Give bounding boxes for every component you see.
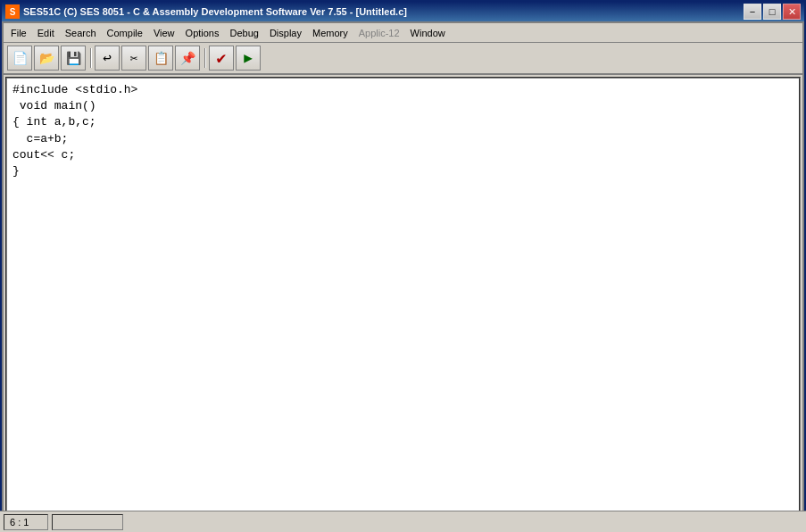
maximize-button[interactable]: □ <box>763 4 781 20</box>
open-button[interactable]: 📂 <box>34 46 59 71</box>
new-icon: 📄 <box>12 51 28 66</box>
menu-options[interactable]: Options <box>180 23 225 42</box>
menu-display[interactable]: Display <box>264 23 307 42</box>
cursor-position-text: 6 : 1 <box>10 517 29 528</box>
status-bar: 6 : 1 <box>0 511 806 532</box>
menu-edit[interactable]: Edit <box>32 23 60 42</box>
open-icon: 📂 <box>39 51 54 66</box>
save-icon: 💾 <box>66 51 81 66</box>
menu-window[interactable]: Window <box>405 23 451 42</box>
cut-icon: ✂ <box>130 51 137 66</box>
window-frame: S SES51C (C) SES 8051 - C & Assembly Dev… <box>0 0 806 532</box>
menu-file[interactable]: File <box>5 23 32 42</box>
menu-debug[interactable]: Debug <box>225 23 264 42</box>
title-bar-controls: − □ ✕ <box>744 4 801 20</box>
menu-compile[interactable]: Compile <box>102 23 148 42</box>
editor-wrapper: #include <stdio.h> void main() { int a,b… <box>4 75 802 528</box>
compile-icon: ✔ <box>217 48 227 68</box>
run-icon: ▶ <box>244 49 253 67</box>
inner-border: File Edit Search Compile View Options De… <box>2 21 804 530</box>
toolbar-separator-2 <box>202 46 207 71</box>
window-title: SES51C (C) SES 8051 - C & Assembly Devel… <box>23 6 407 17</box>
undo-button[interactable]: ↩ <box>95 46 120 71</box>
copy-icon: 📋 <box>154 51 169 66</box>
new-button[interactable]: 📄 <box>7 46 32 71</box>
toolbar: 📄 📂 💾 ↩ ✂ 📋 📌 ✔ <box>4 43 802 75</box>
app-icon-label: S <box>10 7 16 17</box>
menu-view[interactable]: View <box>148 23 180 42</box>
menu-applic12: Applic-12 <box>353 23 405 42</box>
minimize-button[interactable]: − <box>744 4 761 20</box>
title-bar-left: S SES51C (C) SES 8051 - C & Assembly Dev… <box>5 4 407 19</box>
paste-button[interactable]: 📌 <box>175 46 200 71</box>
run-button[interactable]: ▶ <box>236 46 261 71</box>
close-button[interactable]: ✕ <box>783 4 801 20</box>
compile-button[interactable]: ✔ <box>209 46 234 71</box>
paste-icon: 📌 <box>180 51 195 66</box>
save-button[interactable]: 💾 <box>61 46 86 71</box>
menu-search[interactable]: Search <box>60 23 102 42</box>
menu-memory[interactable]: Memory <box>307 23 353 42</box>
title-bar: S SES51C (C) SES 8051 - C & Assembly Dev… <box>2 2 804 21</box>
undo-icon: ↩ <box>103 49 112 67</box>
editor-content[interactable]: #include <stdio.h> void main() { int a,b… <box>7 79 799 436</box>
editor-area[interactable]: #include <stdio.h> void main() { int a,b… <box>5 77 801 527</box>
status-extra <box>52 514 123 530</box>
copy-button[interactable]: 📋 <box>148 46 173 71</box>
cursor-position: 6 : 1 <box>4 514 48 530</box>
menu-bar: File Edit Search Compile View Options De… <box>4 23 802 43</box>
toolbar-separator-1 <box>87 46 93 71</box>
cut-button[interactable]: ✂ <box>121 46 146 71</box>
app-icon: S <box>5 4 20 19</box>
